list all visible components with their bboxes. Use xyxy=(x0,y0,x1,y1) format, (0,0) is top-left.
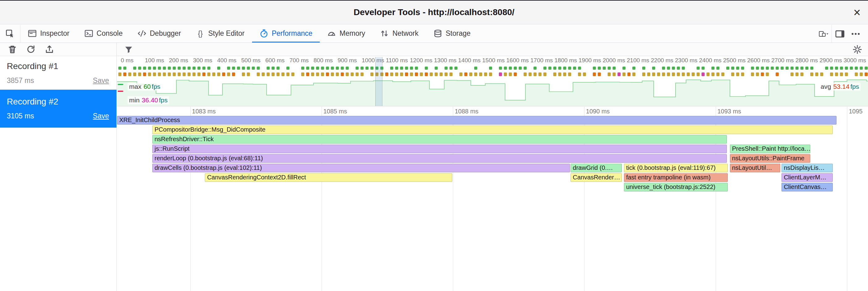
frame-marker-dash xyxy=(306,67,309,70)
import-recording-button[interactable] xyxy=(23,43,39,56)
flame-block[interactable]: XRE_InitChildProcess xyxy=(117,116,836,124)
flame-block[interactable]: fast entry trampoline (in wasm) xyxy=(624,173,728,182)
frame-marker-dash xyxy=(731,67,734,70)
marker-dash xyxy=(647,72,650,76)
tab-style-editor[interactable]: {}Style Editor xyxy=(188,25,252,42)
flame-ruler-label: 1090 ms xyxy=(586,108,610,115)
marker-dash xyxy=(800,72,803,76)
fps-min-marker xyxy=(118,90,123,92)
flame-block[interactable]: tick (0.bootstrap.js (eval:119):67) xyxy=(624,164,728,172)
flame-block[interactable]: ClientCanvas… xyxy=(781,183,833,191)
tab-label: Memory xyxy=(339,29,365,38)
flame-block[interactable]: nsLayoutUtils::PaintFrame xyxy=(730,154,810,163)
frame-marker-dash xyxy=(504,67,507,70)
flame-block[interactable]: CanvasRender… xyxy=(570,173,622,182)
fps-avg-key: avg xyxy=(821,83,831,90)
frame-marker-dash xyxy=(276,67,280,70)
frame-marker-dash xyxy=(455,67,458,70)
flame-block[interactable]: drawCells (0.bootstrap.js (eval:102):11) xyxy=(152,164,570,172)
flame-block[interactable]: universe_tick (bootstrap.js:2522) xyxy=(624,183,728,191)
tab-performance[interactable]: Performance xyxy=(252,25,320,42)
tab-label: Console xyxy=(97,29,123,38)
storage-icon xyxy=(433,29,442,38)
save-recording-link[interactable]: Save xyxy=(93,76,109,85)
frame-marker-dash xyxy=(118,67,121,70)
frame-marker-dash xyxy=(301,67,304,70)
export-icon xyxy=(44,44,54,54)
tab-network[interactable]: Network xyxy=(373,25,426,42)
pick-element-button[interactable] xyxy=(0,25,21,42)
tab-storage[interactable]: Storage xyxy=(426,25,478,42)
memory-icon xyxy=(327,29,336,38)
overview-ruler-label: 2900 ms xyxy=(819,57,842,64)
marker-dash xyxy=(479,72,482,76)
frame-marker-dash xyxy=(845,67,848,70)
settings-button[interactable] xyxy=(850,43,864,56)
filter-button[interactable] xyxy=(121,43,135,56)
timeline-selection[interactable] xyxy=(375,57,382,106)
frame-marker-dash xyxy=(123,67,126,70)
marker-dash xyxy=(558,72,561,76)
tab-console[interactable]: Console xyxy=(77,25,130,42)
frame-marker-dash xyxy=(346,67,349,70)
fps-unit: fps xyxy=(152,83,160,90)
marker-dash xyxy=(766,72,769,76)
marker-dash xyxy=(613,72,616,76)
flame-block[interactable]: renderLoop (0.bootstrap.js (eval:68):11) xyxy=(152,154,727,163)
flame-block[interactable]: js::RunScript xyxy=(152,145,727,153)
marker-dash xyxy=(627,72,630,76)
flame-row: universe_tick (bootstrap.js:2522)ClientC… xyxy=(117,183,868,191)
marker-dash xyxy=(509,72,512,76)
responsive-design-mode-button[interactable] xyxy=(815,25,832,42)
frame-marker-dash xyxy=(173,67,176,70)
marker-dash xyxy=(133,72,136,76)
title-bar: Developer Tools - http://localhost:8080/… xyxy=(0,0,868,24)
flame-block[interactable]: drawGrid (0.… xyxy=(570,164,622,172)
frame-marker-dash xyxy=(667,67,670,70)
flame-block[interactable]: PresShell::Paint http://loca… xyxy=(730,145,810,153)
recording-item[interactable]: Recording #13857 msSave xyxy=(0,56,117,90)
flame-block[interactable]: nsRefreshDriver::Tick xyxy=(152,135,727,144)
marker-dash xyxy=(642,72,645,76)
flame-block[interactable]: PCompositorBridge::Msg_DidComposite xyxy=(152,125,833,134)
marker-dash xyxy=(608,72,611,76)
save-recording-link[interactable]: Save xyxy=(93,112,109,120)
recording-item[interactable]: Recording #23105 msSave xyxy=(0,90,117,128)
marker-dash xyxy=(281,72,284,76)
overview-ruler-label: 600 ms xyxy=(265,57,284,64)
frame-marker-dash xyxy=(622,67,625,70)
marker-dash xyxy=(593,72,596,76)
frame-marker-dash xyxy=(682,67,685,70)
flame-block[interactable]: nsDisplayLis… xyxy=(781,164,833,172)
frame-marker-dash xyxy=(489,67,492,70)
more-options-button[interactable] xyxy=(847,25,864,42)
marker-dash xyxy=(420,72,423,76)
clear-recordings-button[interactable] xyxy=(4,43,21,56)
flame-block[interactable]: ClientLayerM… xyxy=(781,173,833,182)
marker-dash xyxy=(796,72,799,76)
flame-block[interactable]: CanvasRenderingContext2D.fillRect xyxy=(205,173,452,182)
marker-dash xyxy=(291,72,294,76)
marker-dash xyxy=(751,72,754,76)
window-title: Developer Tools - http://localhost:8080/ xyxy=(354,7,515,17)
marker-dash xyxy=(776,72,779,76)
overview-ruler-label: 1300 ms xyxy=(434,57,457,64)
tab-inspector[interactable]: Inspector xyxy=(21,25,77,42)
frame-marker-dash xyxy=(163,67,166,70)
close-button[interactable]: × xyxy=(854,1,861,24)
overview-ruler-label: 1600 ms xyxy=(506,57,529,64)
frame-marker-dash xyxy=(761,67,764,70)
export-recording-button[interactable] xyxy=(41,43,58,56)
frame-marker-dash xyxy=(390,67,393,70)
tab-bar: InspectorConsoleDebugger{}Style EditorPe… xyxy=(0,25,868,43)
frame-marker-dash xyxy=(771,67,774,70)
flame-rows: XRE_InitChildProcessPCompositorBridge::M… xyxy=(117,116,868,192)
frame-marker-dash xyxy=(860,67,863,70)
flame-block[interactable]: nsLayoutUtil… xyxy=(730,164,780,172)
overview-ruler-label: 0 ms xyxy=(121,57,133,64)
tab-memory[interactable]: Memory xyxy=(320,25,373,42)
tab-debugger[interactable]: Debugger xyxy=(130,25,188,42)
tab-label: Style Editor xyxy=(208,29,245,38)
dock-options-button[interactable] xyxy=(832,25,847,42)
frame-marker-dash xyxy=(558,67,561,70)
